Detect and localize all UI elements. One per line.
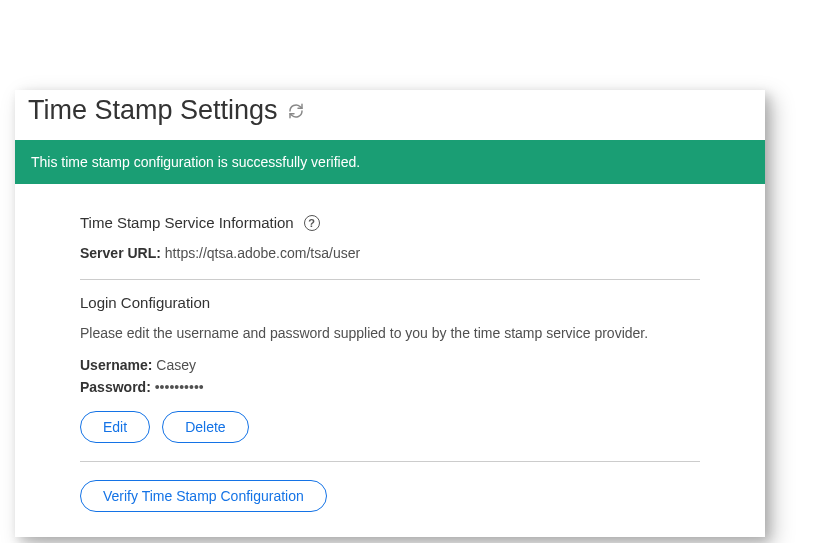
content-area: Time Stamp Service Information ? Server … <box>15 184 765 512</box>
username-label: Username: <box>80 357 152 373</box>
settings-panel: This time stamp configuration is success… <box>15 90 765 537</box>
edit-delete-row: Edit Delete <box>80 411 700 443</box>
delete-button[interactable]: Delete <box>162 411 248 443</box>
page-title: Time Stamp Settings <box>28 95 304 126</box>
verify-row: Verify Time Stamp Configuration <box>80 480 700 512</box>
username-row: Username: Casey <box>80 357 700 373</box>
login-instruction: Please edit the username and password su… <box>80 325 700 341</box>
server-url-value: https://qtsa.adobe.com/tsa/user <box>165 245 360 261</box>
service-info-heading: Time Stamp Service Information ? <box>80 214 700 231</box>
server-url-row: Server URL: https://qtsa.adobe.com/tsa/u… <box>80 245 700 261</box>
refresh-icon[interactable] <box>288 103 304 119</box>
divider <box>80 461 700 462</box>
edit-button[interactable]: Edit <box>80 411 150 443</box>
password-value: •••••••••• <box>155 379 204 395</box>
login-config-heading: Login Configuration <box>80 294 700 311</box>
divider <box>80 279 700 280</box>
service-info-heading-text: Time Stamp Service Information <box>80 214 294 231</box>
password-row: Password: •••••••••• <box>80 379 700 395</box>
banner-message: This time stamp configuration is success… <box>31 154 360 170</box>
help-icon[interactable]: ? <box>304 215 320 231</box>
password-label: Password: <box>80 379 151 395</box>
server-url-label: Server URL: <box>80 245 161 261</box>
username-value: Casey <box>156 357 196 373</box>
success-banner: This time stamp configuration is success… <box>15 140 765 184</box>
page-title-text: Time Stamp Settings <box>28 95 278 126</box>
verify-button[interactable]: Verify Time Stamp Configuration <box>80 480 327 512</box>
